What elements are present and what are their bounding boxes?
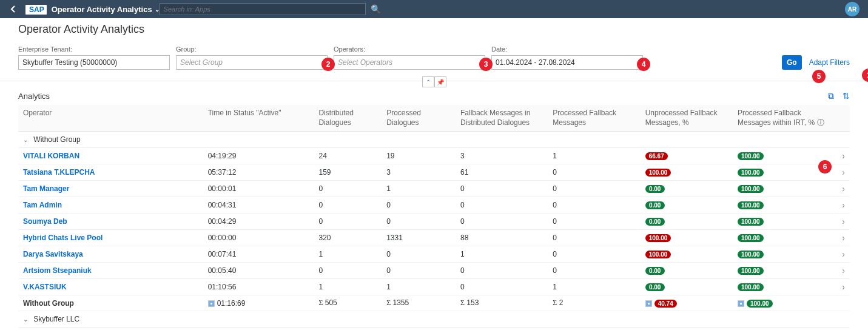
- back-button[interactable]: [6, 2, 21, 16]
- cell-fb: 0: [456, 279, 548, 295]
- app-title-dropdown[interactable]: Operator Activity Analytics ⌄: [52, 5, 160, 14]
- cell-dist: 110: [314, 328, 382, 330]
- cell-pfb: 0: [548, 181, 640, 197]
- export-icon[interactable]: ⧉: [828, 91, 834, 101]
- filter-actions: Go Adapt Filters 5: [782, 55, 850, 70]
- operator-link[interactable]: Tatsiana T.KLEPCHA: [23, 168, 95, 177]
- chevron-down-icon: ⌄: [23, 136, 28, 143]
- row-nav-icon[interactable]: ›: [831, 230, 850, 246]
- operator-link[interactable]: VITALI KORBAN: [23, 152, 79, 160]
- row-nav-icon[interactable]: ›: [831, 279, 850, 295]
- annotation-1: 1: [862, 69, 868, 82]
- user-avatar[interactable]: AR: [845, 2, 860, 16]
- cell-irt: 100.00: [733, 148, 831, 164]
- operator-link[interactable]: Soumya Deb: [23, 217, 67, 226]
- row-nav-icon[interactable]: ›: [831, 328, 850, 330]
- cell-time: 00:00:00: [203, 230, 314, 246]
- cell-time: 00:07:41: [203, 246, 314, 263]
- tenant-filter: Enterprise Tenant: 1: [18, 45, 170, 70]
- date-input[interactable]: [491, 55, 643, 70]
- cell-time: 02:31:37: [203, 328, 314, 330]
- percent-badge: 100.00: [645, 234, 671, 242]
- col-fallback-dist[interactable]: Fallback Messages in Distributed Dialogu…: [456, 105, 548, 132]
- page-title: Operator Activity Analytics: [0, 18, 868, 38]
- operator-link[interactable]: Darya Savitskaya: [23, 250, 83, 258]
- cell-time: 01:10:56: [203, 279, 314, 295]
- cell-pfb: 0: [548, 230, 640, 246]
- group-label: Group:: [176, 45, 328, 53]
- percent-badge: 0.00: [645, 218, 665, 226]
- cell-irt: 100.00: [733, 328, 831, 330]
- cell-dist: 0: [314, 181, 382, 197]
- cell-irt: 100.00: [733, 263, 831, 279]
- percent-badge: 0.00: [645, 283, 665, 291]
- col-processed-fallback[interactable]: Processed Fallback Messages: [548, 105, 640, 132]
- sum-icon: [208, 300, 215, 307]
- sort-icon[interactable]: ⇅: [843, 91, 850, 101]
- table-title: Analytics: [18, 92, 50, 101]
- percent-badge: 100.00: [645, 251, 671, 258]
- cell-fb: 29: [456, 328, 548, 330]
- cell-irt: 100.00: [733, 197, 831, 214]
- sum-icon: [738, 300, 744, 307]
- percent-badge: 100.00: [747, 300, 773, 308]
- row-nav-icon[interactable]: ›: [831, 246, 850, 263]
- cell-proc: 0: [382, 197, 456, 214]
- col-processed[interactable]: Processed Dialogues: [382, 105, 456, 132]
- cell-dist: 1: [314, 246, 382, 263]
- cell-pfb: 0: [548, 164, 640, 181]
- cell-proc: 19: [382, 148, 456, 164]
- col-time-active[interactable]: Time in Status "Active": [203, 105, 314, 132]
- percent-badge: 100.00: [738, 152, 764, 160]
- operator-link[interactable]: Hybrid Chats Live Pool: [23, 234, 103, 242]
- col-processed-irt-pct[interactable]: Processed Fallback Messages within IRT, …: [733, 105, 831, 132]
- group-header[interactable]: ⌄ Skybuffer LLC: [18, 311, 850, 328]
- annotation-3: 3: [479, 58, 493, 71]
- percent-badge: 0.00: [645, 201, 665, 209]
- operator-link[interactable]: Artsiom Stsepaniuk: [23, 266, 92, 275]
- cell-unproc: 0.00: [641, 197, 733, 214]
- col-operator[interactable]: Operator: [18, 105, 203, 132]
- search-input[interactable]: [160, 3, 366, 15]
- col-unprocessed-pct[interactable]: Unprocessed Fallback Messages, %: [641, 105, 733, 132]
- row-nav-icon[interactable]: ›: [831, 164, 850, 181]
- operators-label: Operators:: [334, 45, 485, 53]
- cell-proc: 0: [382, 246, 456, 263]
- cell-irt: 100.00: [733, 246, 831, 263]
- cell-proc: 1: [382, 181, 456, 197]
- cell-dist: 159: [314, 164, 382, 181]
- row-nav-icon[interactable]: ›: [831, 181, 850, 197]
- cell-unproc: 0.00: [641, 214, 733, 230]
- cell-pfb: 1: [548, 148, 640, 164]
- percent-badge: 100.00: [738, 251, 764, 258]
- tenant-input[interactable]: [18, 55, 170, 70]
- operators-input[interactable]: Select Operators: [334, 55, 485, 70]
- cell-fb: 0: [456, 214, 548, 230]
- info-icon[interactable]: ⓘ: [817, 118, 824, 127]
- group-header[interactable]: ⌄ Without Group: [18, 132, 850, 148]
- row-nav-icon[interactable]: ›: [831, 148, 850, 164]
- percent-badge: 100.00: [738, 283, 764, 291]
- operator-link[interactable]: Tam Manager: [23, 184, 69, 193]
- percent-badge: 100.00: [645, 169, 671, 177]
- row-nav-icon[interactable]: ›: [831, 214, 850, 230]
- col-distributed[interactable]: Distributed Dialogues: [314, 105, 382, 132]
- go-button[interactable]: Go: [782, 55, 802, 70]
- search-icon[interactable]: 🔍: [371, 4, 381, 14]
- table-toolbar: Analytics ⧉ ⇅: [18, 91, 850, 101]
- cell-dist: 320: [314, 230, 382, 246]
- cell-time: 00:04:31: [203, 197, 314, 214]
- percent-badge: 100.00: [738, 169, 764, 177]
- cell-pfb: 0: [548, 246, 640, 263]
- operator-link[interactable]: V.KASTSIUK: [23, 283, 67, 291]
- operator-link[interactable]: Tam Admin: [23, 201, 62, 209]
- cell-proc: 0: [382, 214, 456, 230]
- group-input[interactable]: Select Group: [176, 55, 328, 70]
- cell-unproc: 100.00: [641, 328, 733, 330]
- adapt-filters-link[interactable]: Adapt Filters: [809, 58, 850, 67]
- cell-irt: 100.00: [733, 230, 831, 246]
- group-filter: Group: Select Group 2: [176, 45, 328, 70]
- annotation-5: 5: [812, 70, 826, 83]
- row-nav-icon[interactable]: ›: [831, 197, 850, 214]
- row-nav-icon[interactable]: ›: [831, 263, 850, 279]
